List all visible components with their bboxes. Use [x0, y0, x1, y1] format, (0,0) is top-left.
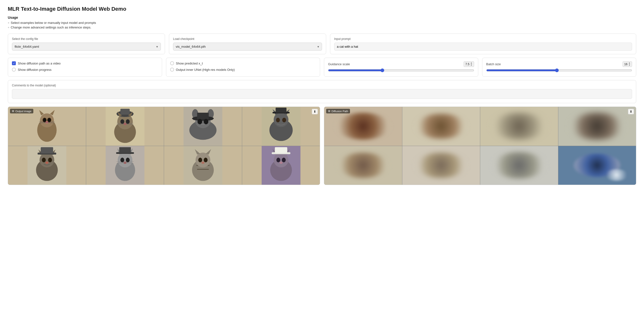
diffusion-panel: ⊞ Diffusion Path ⬇ — [324, 106, 636, 185]
diff-cell-8 — [558, 146, 636, 185]
config-label: Select the config file — [12, 37, 161, 41]
output-image-label: Output image — [15, 110, 32, 113]
left-checkboxes-card: Show diffusion path as a video Show diff… — [8, 58, 162, 77]
batch-down[interactable]: ▼ — [628, 64, 630, 66]
svg-point-92 — [280, 161, 282, 164]
batch-stepper[interactable]: ▲ ▼ — [628, 62, 630, 66]
usage-section: Usage Select examples below or manually … — [8, 16, 636, 29]
svg-rect-36 — [197, 113, 209, 119]
svg-point-38 — [204, 119, 208, 124]
checkbox-unet-label: Output inner UNet (High-res models Only) — [176, 68, 235, 72]
output-image-panel: ⊞ Output image ⬇ — [8, 106, 320, 185]
svg-rect-47 — [276, 108, 286, 113]
cat-cell-5 — [8, 146, 86, 185]
guidance-down[interactable]: ▼ — [470, 64, 472, 66]
images-row: ⊞ Output image ⬇ — [8, 106, 636, 185]
checkbox-predicted-xt[interactable] — [170, 61, 174, 65]
svg-point-37 — [198, 119, 202, 124]
config-select-wrapper: flickr_64x64.yamlother_config.yaml ▼ — [12, 42, 161, 50]
config-select[interactable]: flickr_64x64.yamlother_config.yaml — [12, 42, 161, 50]
diffusion-grid — [324, 107, 636, 185]
output-download-button[interactable]: ⬇ — [312, 109, 318, 114]
batch-value: 16 ▲ ▼ — [622, 61, 632, 67]
svg-point-65 — [120, 158, 124, 162]
guidance-value: 7.5 ▲ ▼ — [464, 61, 474, 67]
svg-point-55 — [42, 158, 46, 162]
checkbox-diffusion-progress[interactable] — [12, 68, 16, 72]
diff-cell-4 — [558, 107, 636, 146]
guidance-group: Guidance scale 7.5 ▲ ▼ — [328, 61, 474, 73]
svg-point-2 — [40, 114, 54, 127]
checkbox-row-progress: Show diffusion progress — [12, 68, 158, 72]
prompt-label: Input prompt — [334, 37, 632, 41]
usage-item-1: Select examples below or manually input … — [8, 21, 636, 24]
checkbox-row-video: Show diffusion path as a video — [12, 61, 158, 65]
config-row: Select the config file flickr_64x64.yaml… — [8, 34, 636, 54]
batch-number: 16 — [624, 62, 628, 66]
cat-cell-6 — [86, 146, 164, 185]
svg-point-82 — [201, 161, 204, 164]
cat-cell-3 — [164, 107, 242, 146]
checkbox-diffusion-progress-label: Show diffusion progress — [18, 68, 52, 72]
svg-point-56 — [48, 158, 52, 162]
guidance-header: Guidance scale 7.5 ▲ ▼ — [328, 61, 474, 67]
diffusion-download-button[interactable]: ⬇ — [628, 109, 634, 114]
checkpoint-label: Load checkpoint — [173, 37, 322, 41]
svg-point-91 — [282, 158, 286, 162]
svg-point-90 — [276, 158, 280, 162]
prompt-card: Input prompt — [330, 34, 636, 54]
config-card: Select the config file flickr_64x64.yaml… — [8, 34, 165, 54]
svg-rect-54 — [41, 147, 53, 153]
checkbox-row-unet: Output inner UNet (High-res models Only) — [170, 68, 316, 72]
batch-header: Batch size 16 ▲ ▼ — [486, 61, 632, 67]
batch-slider[interactable] — [486, 68, 632, 72]
svg-point-60 — [118, 152, 132, 168]
checkbox-unet[interactable] — [170, 68, 174, 72]
page-title: MLR Text-to-Image Diffusion Model Web De… — [8, 6, 636, 12]
svg-point-23 — [126, 119, 130, 124]
checkbox-row-predicted: Show predicted x_t — [170, 61, 316, 65]
usage-list: Select examples below or manually input … — [8, 21, 636, 29]
cat-cell-7 — [164, 146, 242, 185]
guidance-slider[interactable] — [328, 68, 474, 72]
output-image-icon: ⊞ — [12, 110, 14, 113]
diffusion-panel-label: Diffusion Path — [332, 110, 348, 113]
cat-cell-2 — [86, 107, 164, 146]
guidance-stepper[interactable]: ▲ ▼ — [470, 62, 472, 66]
svg-rect-19 — [120, 109, 130, 114]
guidance-up[interactable]: ▲ — [470, 62, 472, 64]
svg-point-44 — [276, 118, 280, 122]
guidance-number: 7.5 — [465, 62, 470, 66]
svg-point-57 — [45, 161, 48, 164]
svg-rect-64 — [119, 147, 131, 153]
svg-point-66 — [126, 158, 130, 162]
checkpoint-card: Load checkpoint vis_model_64x64.pthother… — [169, 34, 326, 54]
diff-cell-3 — [480, 107, 558, 146]
checkbox-predicted-xt-label: Show predicted x_t — [176, 62, 203, 65]
cat-cell-8 — [242, 146, 320, 185]
svg-point-22 — [120, 119, 124, 124]
svg-point-45 — [282, 118, 286, 122]
diff-cell-2 — [402, 107, 480, 146]
comments-label: Comments to the model (optional) — [12, 84, 632, 87]
prompt-input[interactable] — [334, 42, 632, 50]
diff-cell-5 — [324, 146, 402, 185]
guidance-card: Guidance scale 7.5 ▲ ▼ — [324, 58, 478, 77]
usage-item-2: Change more advanced settings such as in… — [8, 26, 636, 29]
batch-title: Batch size — [486, 62, 501, 66]
usage-title: Usage — [8, 16, 636, 20]
diff-cell-7 — [480, 146, 558, 185]
batch-up[interactable]: ▲ — [628, 62, 630, 64]
output-grid — [8, 107, 320, 185]
options-row: Show diffusion path as a video Show diff… — [8, 58, 636, 77]
checkpoint-select[interactable]: vis_model_64x64.pthother_model.pth — [173, 42, 322, 50]
cat-cell-4 — [242, 107, 320, 146]
right-checkboxes-card: Show predicted x_t Output inner UNet (Hi… — [166, 58, 320, 77]
svg-point-77 — [196, 152, 210, 168]
svg-rect-89 — [275, 147, 287, 153]
checkbox-diffusion-video[interactable] — [12, 61, 16, 65]
guidance-title: Guidance scale — [328, 62, 350, 66]
batch-group: Batch size 16 ▲ ▼ — [486, 61, 632, 73]
checkpoint-select-wrapper: vis_model_64x64.pthother_model.pth ▼ — [173, 42, 322, 50]
comments-input[interactable] — [12, 89, 632, 99]
